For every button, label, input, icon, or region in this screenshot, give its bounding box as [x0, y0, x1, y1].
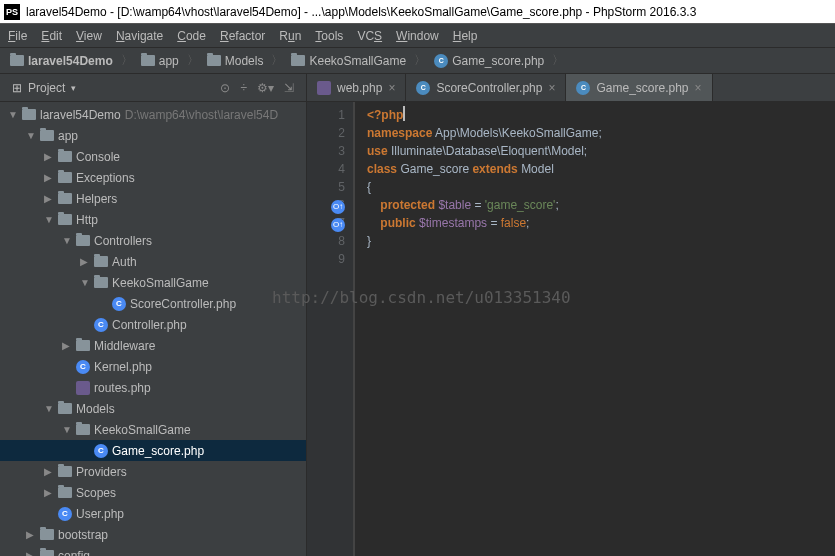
tree-item[interactable]: ▼KeekoSmallGame: [0, 419, 306, 440]
tree-arrow[interactable]: ▼: [8, 109, 18, 120]
tree-arrow[interactable]: ▶: [26, 550, 36, 556]
folder-icon: [58, 403, 72, 414]
tree-label: Game_score.php: [112, 444, 204, 458]
override-icon[interactable]: O↑: [331, 200, 345, 214]
bc-file[interactable]: CGame_score.php: [434, 54, 544, 68]
tree-item[interactable]: CUser.php: [0, 503, 306, 524]
code-content[interactable]: <?php namespace App\Models\KeekoSmallGam…: [355, 102, 835, 556]
class-icon: C: [94, 318, 108, 332]
tree-arrow[interactable]: ▼: [62, 424, 72, 435]
gutter-icons: O↑ O↑: [331, 106, 345, 232]
code-area[interactable]: 123456789 O↑ O↑ <?php namespace App\Mode…: [307, 102, 835, 556]
tree-label: Scopes: [76, 486, 116, 500]
tree-label: config: [58, 549, 90, 557]
menu-help[interactable]: Help: [453, 29, 478, 43]
tree-label: User.php: [76, 507, 124, 521]
tree-item[interactable]: CScoreController.php: [0, 293, 306, 314]
bc-models[interactable]: Models: [207, 54, 264, 68]
menu-edit[interactable]: Edit: [41, 29, 62, 43]
gear-icon[interactable]: ⚙▾: [257, 81, 274, 95]
menu-run[interactable]: Run: [279, 29, 301, 43]
main: ⊞ Project ▾ ⊙ ÷ ⚙▾ ⇲ ▼laravel54Demo D:\w…: [0, 74, 835, 556]
tree-item[interactable]: ▶Auth: [0, 251, 306, 272]
folder-icon: [141, 55, 155, 66]
close-icon[interactable]: ×: [695, 81, 702, 95]
tree-arrow[interactable]: ▶: [62, 340, 72, 351]
tree-label: Http: [76, 213, 98, 227]
tree-item[interactable]: ▼Http: [0, 209, 306, 230]
tree-arrow[interactable]: ▶: [44, 172, 54, 183]
tree-arrow[interactable]: ▶: [80, 256, 90, 267]
tree-arrow[interactable]: ▼: [26, 130, 36, 141]
folder-icon: [58, 193, 72, 204]
hide-icon[interactable]: ⇲: [284, 81, 294, 95]
bc-app[interactable]: app: [141, 54, 179, 68]
locate-icon[interactable]: ⊙: [220, 81, 230, 95]
tree-item[interactable]: ▶Middleware: [0, 335, 306, 356]
tree-item[interactable]: ▶Exceptions: [0, 167, 306, 188]
tree-item[interactable]: ▼app: [0, 125, 306, 146]
tree-item[interactable]: ▶Providers: [0, 461, 306, 482]
tree-item[interactable]: ▼KeekoSmallGame: [0, 272, 306, 293]
menu-view[interactable]: View: [76, 29, 102, 43]
sidebar-header: ⊞ Project ▾ ⊙ ÷ ⚙▾ ⇲: [0, 74, 306, 102]
tree-item[interactable]: ▶bootstrap: [0, 524, 306, 545]
tree-arrow[interactable]: ▼: [44, 214, 54, 225]
collapse-icon[interactable]: ÷: [240, 81, 247, 95]
tree-item[interactable]: CGame_score.php: [0, 440, 306, 461]
bc-root[interactable]: laravel54Demo: [10, 54, 113, 68]
close-icon[interactable]: ×: [548, 81, 555, 95]
menu-tools[interactable]: Tools: [315, 29, 343, 43]
tree-label: Controller.php: [112, 318, 187, 332]
menu-refactor[interactable]: Refactor: [220, 29, 265, 43]
tree-arrow[interactable]: ▼: [62, 235, 72, 246]
php-icon: C: [576, 81, 590, 95]
project-sidebar: ⊞ Project ▾ ⊙ ÷ ⚙▾ ⇲ ▼laravel54Demo D:\w…: [0, 74, 307, 556]
menu-navigate[interactable]: Navigate: [116, 29, 163, 43]
folder-icon: [76, 235, 90, 246]
sidebar-title[interactable]: ⊞ Project ▾: [12, 81, 76, 95]
editor-tab[interactable]: web.php×: [307, 74, 406, 101]
tree-arrow[interactable]: ▶: [44, 466, 54, 477]
tree-arrow[interactable]: ▶: [26, 529, 36, 540]
class-icon: C: [94, 444, 108, 458]
bc-keeko[interactable]: KeekoSmallGame: [291, 54, 406, 68]
breadcrumb: laravel54Demo 〉 app 〉 Models 〉 KeekoSmal…: [0, 48, 835, 74]
tree-item[interactable]: CController.php: [0, 314, 306, 335]
tree-item[interactable]: CKernel.php: [0, 356, 306, 377]
menu-code[interactable]: Code: [177, 29, 206, 43]
routes-icon: [76, 381, 90, 395]
menu-vcs[interactable]: VCS: [357, 29, 382, 43]
folder-icon: [40, 550, 54, 556]
folder-icon: [94, 277, 108, 288]
tree-item[interactable]: routes.php: [0, 377, 306, 398]
tree-label: Helpers: [76, 192, 117, 206]
tree-item[interactable]: ▼laravel54Demo D:\wamp64\vhost\laravel54…: [0, 104, 306, 125]
tree-label: Models: [76, 402, 115, 416]
menu-window[interactable]: Window: [396, 29, 439, 43]
tree-arrow[interactable]: ▶: [44, 193, 54, 204]
tree-arrow[interactable]: ▼: [80, 277, 90, 288]
project-tree[interactable]: ▼laravel54Demo D:\wamp64\vhost\laravel54…: [0, 102, 306, 556]
tree-item[interactable]: ▶Scopes: [0, 482, 306, 503]
tree-item[interactable]: ▼Models: [0, 398, 306, 419]
tree-arrow[interactable]: ▶: [44, 151, 54, 162]
bc-sep: 〉: [552, 52, 564, 69]
menu-file[interactable]: File: [8, 29, 27, 43]
tree-item[interactable]: ▶Helpers: [0, 188, 306, 209]
folder-icon: [76, 340, 90, 351]
tree-item[interactable]: ▼Controllers: [0, 230, 306, 251]
tree-arrow[interactable]: ▶: [44, 487, 54, 498]
close-icon[interactable]: ×: [388, 81, 395, 95]
folder-icon: [76, 424, 90, 435]
tree-item[interactable]: ▶config: [0, 545, 306, 556]
tab-label: Game_score.php: [596, 81, 688, 95]
tree-arrow[interactable]: ▼: [44, 403, 54, 414]
tree-item[interactable]: ▶Console: [0, 146, 306, 167]
bc-sep: 〉: [414, 52, 426, 69]
editor-tab[interactable]: CGame_score.php×: [566, 74, 712, 101]
editor-tab[interactable]: CScoreController.php×: [406, 74, 566, 101]
class-icon: C: [112, 297, 126, 311]
override-icon[interactable]: O↑: [331, 218, 345, 232]
folder-icon: [58, 151, 72, 162]
